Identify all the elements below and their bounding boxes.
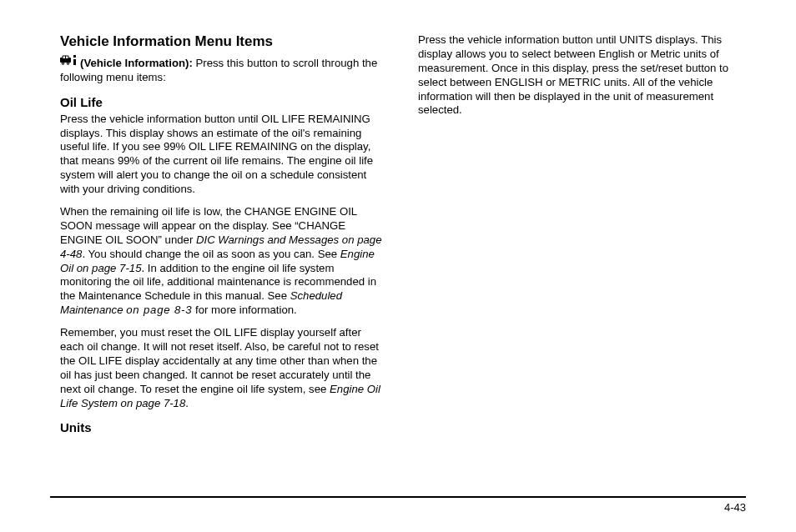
svg-rect-9: [73, 59, 76, 65]
svg-point-7: [68, 63, 68, 63]
svg-rect-3: [66, 57, 68, 59]
page-number: 4-43: [50, 501, 746, 514]
units-heading: Units: [60, 420, 388, 434]
footer-rule: [50, 496, 746, 498]
intro-paragraph: (Vehicle Information): Press this button…: [60, 55, 388, 85]
page-footer: 4-43: [50, 496, 746, 514]
ref-scheduled-maintenance-b: on page 8-3: [126, 304, 192, 316]
content-columns: Vehicle Information Menu Items: [60, 33, 746, 459]
main-heading: Vehicle Information Menu Items: [60, 33, 388, 50]
oil-life-p3b: .: [185, 397, 189, 409]
svg-rect-8: [73, 55, 76, 58]
intro-label: (Vehicle Information):: [80, 57, 193, 69]
page: Vehicle Information Menu Items: [0, 0, 796, 532]
oil-life-p1: Press the vehicle information button unt…: [60, 113, 388, 197]
oil-life-heading: Oil Life: [60, 95, 388, 109]
svg-point-6: [63, 63, 63, 63]
vehicle-info-icon: [60, 55, 78, 69]
oil-life-p2d: for more information.: [192, 304, 296, 316]
units-p1: Press the vehicle information button unt…: [418, 33, 746, 118]
svg-rect-2: [63, 57, 66, 59]
oil-life-p2: When the remaining oil life is low, the …: [60, 205, 388, 318]
oil-life-p3: Remember, you must reset the OIL LIFE di…: [60, 326, 388, 410]
oil-life-p2b: . You should change the oil as soon as y…: [82, 248, 340, 260]
